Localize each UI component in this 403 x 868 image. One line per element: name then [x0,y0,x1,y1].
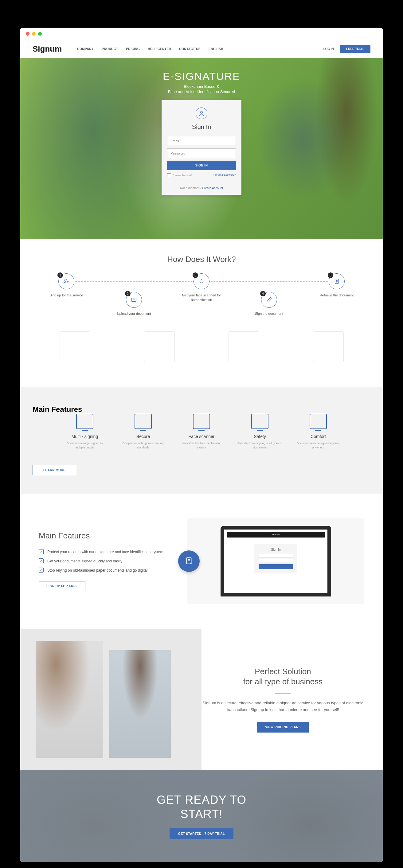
free-trial-button[interactable]: FREE TRIAL [340,45,370,53]
step-3-label: Get your face scanned for authentication [180,293,223,303]
check-item-1: ✓Protect your records with our e-signatu… [39,549,169,555]
step-2: 2 Upload your document [113,292,155,316]
mini-signin-title: Sign In [259,548,293,551]
svg-point-5 [202,281,202,281]
maximize-icon[interactable] [38,32,42,36]
remember-label: Remember me? [173,174,193,177]
close-icon[interactable] [26,32,30,36]
hero-subtitle-1: Blockchain Based & [161,84,242,89]
lock-icon [134,414,152,429]
remember-me[interactable]: Remember me? [167,173,193,177]
svg-point-4 [201,281,201,281]
mini-logo: Signum [227,532,325,537]
step-2-label: Upload your document [113,311,155,316]
signup-icon: 1 [58,273,74,289]
step-5-label: Retrieve the document [315,293,358,298]
check-item-3: ✓Stop relying on old-fashioned paper doc… [39,568,169,573]
solution-image [20,629,183,770]
feature-multi-signing: Multi - signingDocuments can get signed … [62,414,108,450]
feature-face-scanner: Face scannerInnovative live face identif… [179,414,224,450]
divider [275,693,290,693]
step-3: 3 Get your face scanned for authenticati… [180,273,223,316]
laptop-mockup: Signum Sign In [221,526,331,596]
how-title: How Does It Work? [33,255,370,264]
step-4: 4 Sign the document [248,292,290,316]
check-icon: ✓ [39,549,43,554]
feature-comfort: ComfortDocuments can be signed anytime, … [295,414,341,450]
create-account-row: Not a member? Create Account [167,186,236,190]
solution-desc: Signum is a secure, effective and reliab… [202,700,364,713]
minimize-icon[interactable] [32,32,36,36]
site-header: Signum COMPANY PRODUCT PRICING HELP CENT… [20,40,383,58]
sign-icon: 4 [261,292,277,308]
view-pricing-button[interactable]: VIEW PRICING PLANS [257,722,309,733]
mf2-title: Main Features [39,531,169,540]
svg-point-1 [65,279,67,281]
document-icon [178,550,200,572]
signin-button[interactable]: SIGN IN [167,161,236,170]
features-title: Main Features [33,405,370,414]
solution-title: Perfect Solutionfor all type of business [243,666,323,687]
how-it-works-section: How Does It Work? 1 Sing up for the serv… [20,239,383,387]
password-field[interactable] [167,148,236,158]
svg-point-0 [200,111,203,113]
retrieve-icon: 5 [329,273,345,289]
step-4-label: Sign the document [248,311,290,316]
hero-subtitle-2: Face and Voice Identification Secured [161,89,242,94]
feature-safety: SafetySafe electronic signing of all typ… [237,414,283,450]
svg-point-3 [200,280,203,283]
signin-card: Sign In SIGN IN Remember me? Forgot Pass… [161,100,242,195]
signup-free-button[interactable]: SIGN UP FOR FREE [39,581,85,591]
get-started-button[interactable]: GET STARTED - 7 DAY TRIAL [169,828,234,839]
check-icon: ✓ [39,558,43,563]
signin-title: Sign In [167,123,236,130]
user-icon [196,107,207,119]
step-1-label: Sing up for the service [45,293,88,298]
illustration-strip [33,332,370,371]
step-5: 5 Retrieve the document [315,273,358,316]
nav-help[interactable]: HELP CENTER [148,47,171,51]
logo[interactable]: Signum [33,44,62,54]
main-features-section: Main Features Multi - signingDocuments c… [20,387,383,494]
login-link[interactable]: LOG IN [323,47,334,51]
nav-company[interactable]: COMPANY [77,47,94,51]
forgot-password-link[interactable]: Forgot Password? [214,173,236,177]
cta-section: GET READY TOSTART! GET STARTED - 7 DAY T… [20,770,383,862]
laptop-preview: Signum Sign In [187,518,364,604]
nav-product[interactable]: PRODUCT [102,47,118,51]
browser-titlebar [20,28,383,40]
email-field[interactable] [167,136,236,146]
main-nav: COMPANY PRODUCT PRICING HELP CENTER CONT… [77,47,314,51]
browser-window: Signum COMPANY PRODUCT PRICING HELP CENT… [20,28,383,862]
nav-pricing[interactable]: PRICING [126,47,140,51]
shield-icon [251,414,269,429]
hero-title: E-SIGNATURE [161,70,242,82]
check-icon: ✓ [39,568,43,572]
remember-checkbox[interactable] [167,173,171,177]
multi-signing-icon [76,414,93,429]
feature-secure: SecureCompliance with rigorous security … [120,414,166,450]
nav-language[interactable]: ENGLISH [209,47,223,51]
devices-icon [310,414,327,429]
perfect-solution-section: Perfect Solutionfor all type of business… [20,629,383,770]
step-1: 1 Sing up for the service [45,273,88,316]
create-account-link[interactable]: Create Account [202,186,223,190]
nav-contact[interactable]: CONTACT US [179,47,200,51]
check-item-2: ✓Get your documents signed quickly and e… [39,558,169,564]
auth-actions: LOG IN FREE TRIAL [323,45,370,53]
upload-icon: 2 [126,292,142,308]
hero-section: E-SIGNATURE Blockchain Based & Face and … [20,58,383,239]
cta-title: GET READY TOSTART! [157,793,246,821]
learn-more-button[interactable]: LEARN MORE [33,465,76,475]
main-features-2-section: Main Features ✓Protect your records with… [20,494,383,629]
face-scanner-icon [193,414,210,429]
face-scan-icon: 3 [193,273,210,289]
